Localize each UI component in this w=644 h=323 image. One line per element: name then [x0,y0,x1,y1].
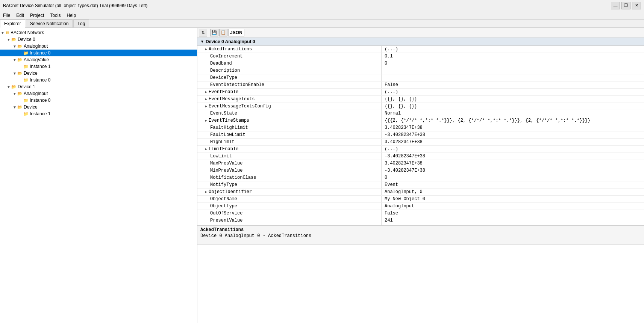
properties-header[interactable]: ▼ Device 0 AnalogInput 0 [197,38,644,46]
property-name: MinPresValue [197,167,382,174]
property-row[interactable]: FaultLowLimit-3.40282347E+38 [197,131,644,139]
tree-node-instance0[interactable]: 📁 Instance 0 [0,50,197,56]
tree-node-label: AnalogInput [24,91,48,96]
expand-icon[interactable]: ▶ [205,97,207,101]
property-name: DeviceType [197,74,382,81]
property-name: ▶ LimitEnable [197,146,382,152]
property-name-text: MaxPresValue [210,161,242,166]
menu-item-tools[interactable]: Tools [47,12,64,19]
tree-container[interactable]: ▼🖥 BACnet Network▼📂 Device 0▼📂 AnalogInp… [0,28,197,323]
tree-node-device1-analoginput-instance0[interactable]: 📁 Instance 0 [0,97,197,104]
detail-panel [197,245,644,323]
property-row[interactable]: ObjectNameMy New Object 0 [197,196,644,203]
save-button[interactable]: 💾 [210,29,218,36]
property-row[interactable]: CovIncrement0.1 [197,53,644,60]
property-row[interactable]: HighLimit3.40282347E+38 [197,139,644,146]
property-row[interactable]: NotifyTypeEvent [197,181,644,189]
folder-icon: 📂 [11,37,17,42]
tree-node-device0-device-instance0[interactable]: 📁 Instance 0 [0,77,197,83]
json-button[interactable]: JSON [228,29,244,36]
property-row[interactable]: FaultHighLimit3.40282347E+38 [197,124,644,131]
expand-icon[interactable]: ▶ [205,190,207,194]
property-name: PresentValue [197,217,382,224]
property-row[interactable]: ▶ EventEnable(...) [197,89,644,96]
folder-icon: 📁 [23,64,29,69]
property-value: (...) [382,89,644,95]
copy-button[interactable]: 📋 [219,29,227,36]
tab-bar: ExplorerService NotificationLog [0,20,644,28]
property-row[interactable]: EventDetectionEnableFalse [197,82,644,89]
property-row[interactable]: ▶ ObjectIdentifierAnalogInput, 0 [197,189,644,196]
property-value: AnalogInput, 0 [382,189,644,195]
property-name-text: FaultLowLimit [210,132,245,137]
tree-node-bacnet-network[interactable]: ▼🖥 BACnet Network [0,29,197,36]
property-row[interactable]: DeviceType [197,74,644,82]
maximize-button[interactable]: ❐ [621,2,630,9]
property-value: False [382,210,644,217]
tree-node-analogvalue0[interactable]: ▼📂 AnalogValue [0,56,197,63]
tree-node-label: Device [24,71,38,76]
expand-icon[interactable]: ▶ [205,147,207,151]
expand-icon[interactable]: ▶ [205,90,207,94]
tree-node-label: AnalogValue [24,57,49,62]
property-name-text: ObjectName [210,196,237,202]
tree-node-device0-device[interactable]: ▼📂 Device [0,70,197,77]
property-row[interactable]: ▶ EventMessageTextsConfig{{}, {}, {}} [197,103,644,110]
expand-icon[interactable]: ▶ [205,104,207,109]
tab-log[interactable]: Log [73,20,89,27]
property-row[interactable]: Deadband0 [197,60,644,67]
tree-node-device1[interactable]: ▼📂 Device 1 [0,83,197,90]
properties-container[interactable]: ▶ AckedTransitions(...)CovIncrement0.1De… [197,46,644,225]
expand-icon[interactable]: ▶ [205,118,207,123]
property-name-text: NotifyType [210,182,237,187]
tree-toggle: ▼ [12,105,17,109]
property-row[interactable]: PresentValue241 [197,217,644,224]
property-value: -3.40282347E+38 [382,131,644,138]
menu-item-project[interactable]: Project [27,12,47,19]
property-name: EventState [197,110,382,117]
folder-icon: 📁 [23,98,29,103]
property-row[interactable]: EventStateNormal [197,110,644,117]
property-row[interactable]: ▶ EventMessageTexts{{}, {}, {}} [197,96,644,103]
menu-item-edit[interactable]: Edit [13,12,27,19]
tab-explorer[interactable]: Explorer [0,20,25,28]
tree-node-analogvalue-instance1[interactable]: 📁 Instance 1 [0,63,197,70]
tree-toggle: ▼ [6,85,11,89]
tree-node-label: BACnet Network [11,30,44,35]
folder-icon: 📂 [17,71,23,76]
property-value [382,74,644,81]
property-row[interactable]: Description [197,67,644,74]
minimize-button[interactable]: — [611,2,620,9]
title-bar: BACnet Device Simulator (all_object_type… [0,0,644,11]
property-value [382,67,644,74]
close-button[interactable]: ✕ [632,2,641,9]
property-name: ▶ EventMessageTexts [197,96,382,103]
menu-item-help[interactable]: Help [64,12,79,19]
property-row[interactable]: ObjectTypeAnalogInput [197,203,644,210]
property-name: ▶ EventTimeStamps [197,117,382,124]
tab-service-notification[interactable]: Service Notification [26,20,73,27]
property-value: False [382,82,644,88]
tree-node-device1-device-instance1[interactable]: 📁 Instance 1 [0,110,197,117]
menu-item-file[interactable]: File [0,12,13,19]
property-row[interactable]: ▶ AckedTransitions(...) [197,46,644,53]
property-row[interactable]: LowLimit-3.40282347E+38 [197,153,644,160]
property-row[interactable]: ▶ EventTimeStamps{{{2, {*/*/* *,*:* *.*}… [197,117,644,124]
sort-button[interactable]: ⇅ [199,29,207,36]
tree-node-analoginput0[interactable]: ▼📂 AnalogInput [0,43,197,50]
tree-toggle: ▼ [12,92,17,96]
properties-header-title: Device 0 AnalogInput 0 [206,39,255,44]
status-title: AckedTransitions [200,227,641,232]
property-row[interactable]: ▶ LimitEnable(...) [197,146,644,153]
property-row[interactable]: MaxPresValue3.40282347E+38 [197,160,644,167]
property-value: My New Object 0 [382,196,644,202]
property-row[interactable]: OutOfServiceFalse [197,210,644,217]
tree-node-device0[interactable]: ▼📂 Device 0 [0,36,197,43]
property-row[interactable]: MinPresValue-3.40282347E+38 [197,167,644,174]
tree-node-device1-analoginput[interactable]: ▼📂 AnalogInput [0,90,197,97]
tree-node-device1-device[interactable]: ▼📂 Device [0,104,197,110]
status-panel: AckedTransitions Device 0 AnalogInput 0 … [197,226,644,245]
property-value: -3.40282347E+38 [382,153,644,160]
property-row[interactable]: NotificationClass0 [197,174,644,181]
expand-icon[interactable]: ▶ [205,47,207,51]
